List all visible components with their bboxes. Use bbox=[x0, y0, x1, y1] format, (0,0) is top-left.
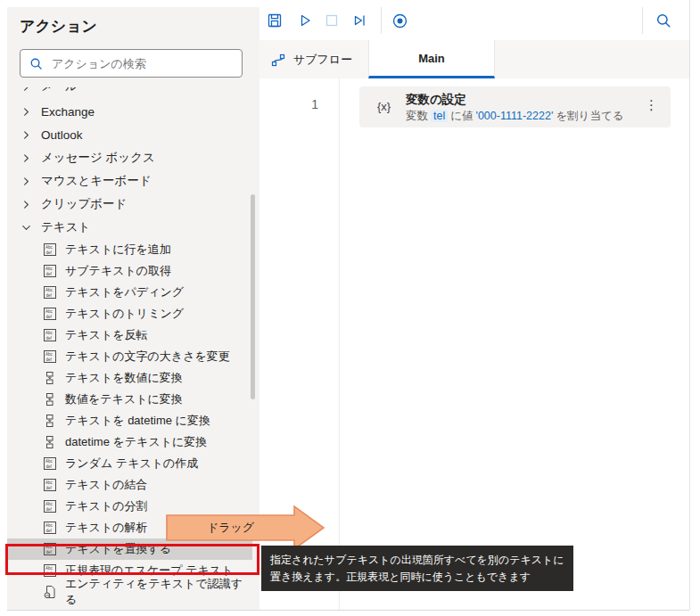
action-label: テキストのトリミング bbox=[65, 306, 184, 322]
sidebar-action-ランダム テキストの作成[interactable]: Abcdefランダム テキストの作成 bbox=[7, 453, 248, 474]
sidebar-group-クリップボード[interactable]: クリップボード bbox=[7, 193, 248, 216]
svg-text:Abc: Abc bbox=[45, 502, 54, 506]
abcdef-icon: Abcdef bbox=[43, 478, 57, 492]
search-icon bbox=[29, 57, 43, 70]
row-number: 1 bbox=[277, 97, 318, 111]
action-label: テキストをパディング bbox=[65, 284, 184, 300]
svg-text:def: def bbox=[45, 272, 52, 276]
sidebar-action-テキストを反転[interactable]: Abcdefテキストを反転 bbox=[7, 324, 248, 346]
action-title: 変数の設定 bbox=[406, 92, 466, 108]
svg-text:Abc: Abc bbox=[45, 267, 54, 271]
bottom-divider bbox=[7, 610, 689, 611]
entity-icon: ab bbox=[43, 585, 57, 599]
sidebar-action-サブテキストの取得[interactable]: Abcdefサブテキストの取得 bbox=[7, 260, 248, 282]
abcdef-icon: Abcdef bbox=[43, 307, 57, 321]
sidebar-action-datetime をテキストに変換[interactable]: datetime をテキストに変換 bbox=[7, 431, 248, 453]
action-search-box[interactable] bbox=[20, 49, 243, 78]
power-automate-designer: アクション メール ExchangeOutlookメッセージ ボックスマウスとキ… bbox=[0, 0, 700, 616]
group-label: メッセージ ボックス bbox=[41, 150, 155, 166]
variable-name[interactable]: tel bbox=[431, 110, 448, 122]
record-icon[interactable] bbox=[391, 12, 408, 29]
sidebar-action-テキストのトリミング[interactable]: Abcdefテキストのトリミング bbox=[7, 303, 248, 324]
sidebar-action-テキストをパディング[interactable]: Abcdefテキストをパディング bbox=[7, 282, 248, 303]
convert-icon bbox=[43, 392, 57, 407]
abcdef-icon: Abcdef bbox=[43, 456, 57, 471]
chevron-right-icon bbox=[20, 175, 32, 187]
sidebar-action-エンティティをテキストで認識する[interactable]: abエンティティをテキストで認識する bbox=[7, 581, 248, 603]
sidebar-group-マウスとキーボード[interactable]: マウスとキーボード bbox=[7, 169, 248, 193]
svg-text:Abc: Abc bbox=[45, 309, 54, 314]
subflow-icon bbox=[271, 53, 285, 67]
svg-text:def: def bbox=[45, 336, 52, 341]
flow-toolbar bbox=[259, 0, 689, 41]
drag-label: ドラッグ bbox=[167, 520, 294, 536]
svg-text:Abc: Abc bbox=[45, 331, 54, 335]
sidebar-action-テキストを数値に変換[interactable]: テキストを数値に変換 bbox=[7, 367, 248, 389]
actions-panel-title: アクション bbox=[20, 16, 97, 37]
run-next-action-icon[interactable] bbox=[350, 12, 368, 29]
sidebar-group-Outlook[interactable]: Outlook bbox=[7, 123, 248, 146]
chevron-right-icon bbox=[20, 105, 32, 118]
abcdef-icon: Abcdef bbox=[43, 499, 57, 513]
sidebar-action-テキストの文字の大きさを変更[interactable]: Abcdefテキストの文字の大きさを変更 bbox=[7, 346, 248, 367]
abcdef-icon: Abcdef bbox=[43, 285, 57, 300]
sidebar-group-メッセージ ボックス[interactable]: メッセージ ボックス bbox=[7, 146, 248, 169]
sidebar-action-数値をテキストに変換[interactable]: 数値をテキストに変換 bbox=[7, 389, 248, 410]
sidebar-action-テキストの結合[interactable]: Abcdefテキストの結合 bbox=[7, 474, 248, 496]
group-label: Outlook bbox=[41, 128, 83, 142]
highlight-rectangle bbox=[5, 544, 259, 575]
sidebar-action-テキストを datetime に変換[interactable]: テキストを datetime に変換 bbox=[7, 410, 248, 431]
group-label: テキスト bbox=[41, 219, 90, 235]
search-icon[interactable] bbox=[655, 12, 672, 29]
svg-text:Abc: Abc bbox=[45, 352, 54, 357]
svg-text:Abc: Abc bbox=[45, 288, 54, 292]
tab-main-label: Main bbox=[418, 52, 445, 65]
toolbar-separator bbox=[642, 7, 643, 34]
action-label: テキストの分割 bbox=[65, 498, 148, 514]
abcdef-icon: Abcdef bbox=[43, 521, 57, 535]
action-label: テキストを datetime に変換 bbox=[65, 413, 210, 429]
convert-icon bbox=[43, 435, 57, 449]
chevron-right-icon bbox=[20, 87, 32, 93]
subflow-selector[interactable]: サブフロー bbox=[259, 40, 385, 78]
action-search-input[interactable] bbox=[50, 56, 214, 71]
flow-action-set-variable[interactable]: {x} 変数の設定 変数telに値'000-1111-2222'を割り当てる ⋮ bbox=[359, 86, 671, 127]
tab-main[interactable]: Main bbox=[368, 40, 495, 78]
svg-text:def: def bbox=[45, 507, 52, 512]
chevron-down-icon bbox=[20, 221, 32, 234]
panel-scrollbar-thumb[interactable] bbox=[251, 194, 255, 399]
tooltip-line1: 指定されたサブテキストの出現箇所すべてを別のテキストに bbox=[270, 552, 564, 569]
abcdef-icon: Abcdef bbox=[43, 242, 57, 257]
gutter-divider bbox=[339, 78, 340, 610]
action-label: datetime をテキストに変換 bbox=[65, 434, 207, 450]
variable-icon: {x} bbox=[377, 100, 391, 113]
convert-icon bbox=[43, 414, 57, 428]
sidebar-group-Exchange[interactable]: Exchange bbox=[7, 100, 248, 123]
chevron-right-icon bbox=[20, 198, 32, 210]
svg-text:def: def bbox=[45, 293, 52, 298]
subflow-label: サブフロー bbox=[293, 52, 352, 68]
tab-strip: サブフロー Main bbox=[259, 40, 689, 79]
svg-text:ab: ab bbox=[45, 593, 50, 597]
run-icon[interactable] bbox=[296, 12, 314, 29]
svg-text:def: def bbox=[45, 486, 52, 490]
action-label: テキストを数値に変換 bbox=[65, 370, 183, 386]
action-label: サブテキストの取得 bbox=[65, 263, 171, 279]
desc-prefix: 変数 bbox=[406, 110, 428, 122]
chevron-right-icon bbox=[20, 128, 32, 141]
abcdef-icon: Abcdef bbox=[43, 328, 57, 342]
svg-text:Abc: Abc bbox=[45, 523, 54, 528]
action-label: テキストに行を追加 bbox=[65, 242, 171, 258]
svg-text:def: def bbox=[45, 464, 52, 469]
chevron-right-icon bbox=[20, 152, 32, 164]
sidebar-action-テキストに行を追加[interactable]: Abcdefテキストに行を追加 bbox=[7, 239, 248, 260]
action-label: テキストの文字の大きさを変更 bbox=[65, 349, 230, 365]
sidebar-group-テキスト[interactable]: テキスト bbox=[7, 216, 248, 239]
convert-icon bbox=[43, 371, 57, 385]
clipped-group-row[interactable]: メール bbox=[7, 87, 248, 100]
stop-icon[interactable] bbox=[323, 12, 341, 29]
more-options-icon[interactable]: ⋮ bbox=[645, 97, 658, 113]
tooltip-line2: 置き換えます。正規表現と同時に使うこともできます bbox=[270, 569, 564, 586]
action-label: テキストの解析 bbox=[65, 520, 148, 536]
save-icon[interactable] bbox=[266, 12, 284, 29]
